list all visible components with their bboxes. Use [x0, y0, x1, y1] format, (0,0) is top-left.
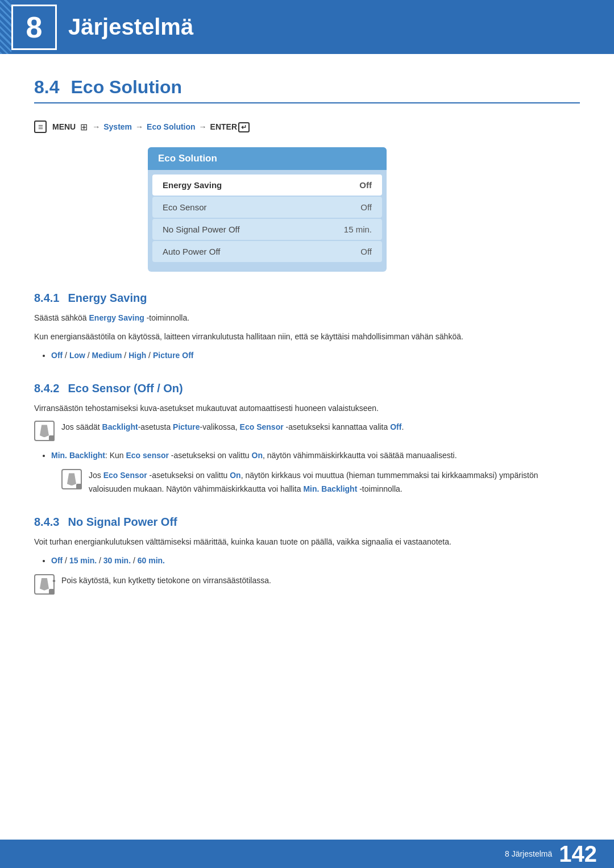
no-signal-options: Off / 15 min. / 30 min. / 60 min. — [51, 554, 580, 567]
energy-saving-options: Off / Low / Medium / High / Picture Off — [51, 349, 580, 362]
no-signal-note-box: Pois käytöstä, kun kytketty tietokone on… — [34, 574, 580, 596]
page-footer: 8 Järjestelmä 142 — [0, 840, 614, 868]
pencil-icon-2 — [67, 473, 76, 485]
nav-menu: MENU — [52, 122, 76, 131]
section-title: 8.4Eco Solution — [34, 77, 580, 103]
no-signal-value: 15 min. — [344, 225, 372, 234]
subsection-843-number: 8.4.3 — [34, 516, 59, 528]
menu-icon: ☰ — [34, 121, 47, 133]
energy-saving-options-list: Off / Low / Medium / High / Picture Off — [51, 349, 580, 362]
subsection-842-title: 8.4.2Eco Sensor (Off / On) — [34, 382, 580, 395]
auto-power-off-label: Auto Power Off — [163, 247, 220, 256]
eco-solution-menu: Eco Solution Energy Saving Off Eco Senso… — [148, 147, 387, 272]
nav-arrow-3: → — [199, 122, 207, 131]
main-content: 8.4Eco Solution ☰ MENU ⊞ → System → Eco … — [0, 54, 614, 868]
no-signal-note-list: Pois käytöstä, kun kytketty tietokone on… — [61, 574, 271, 589]
nav-enter: ENTER↵ — [210, 122, 250, 131]
menu-item-eco-sensor[interactable]: Eco Sensor Off — [152, 197, 382, 218]
eco-sensor-label: Eco Sensor — [163, 202, 207, 212]
chapter-title: Järjestelmä — [68, 14, 193, 40]
subsection-842-name: Eco Sensor (Off / On) — [68, 382, 182, 394]
section-name: Eco Solution — [70, 77, 182, 97]
nav-eco-solution: Eco Solution — [147, 122, 196, 131]
energy-saving-para1: Säästä sähköä Energy Saving -toiminnolla… — [34, 312, 580, 325]
eco-sensor-para1: Virransäästön tehostamiseksi kuva-asetuk… — [34, 402, 580, 415]
eco-sensor-note1-box: Jos säädät Backlight-asetusta Picture-va… — [34, 421, 580, 441]
energy-saving-label: Energy Saving — [163, 180, 222, 190]
chapter-number: 8 — [26, 13, 43, 42]
menu-item-energy-saving[interactable]: Energy Saving Off — [152, 175, 382, 196]
nav-path: ☰ MENU ⊞ → System → Eco Solution → ENTER… — [34, 121, 580, 133]
auto-power-off-value: Off — [360, 247, 372, 256]
subsection-841-name: Energy Saving — [68, 292, 147, 304]
chapter-number-box: 8 — [11, 5, 57, 50]
footer-page-number: 142 — [559, 842, 597, 865]
pencil-icon-3 — [40, 578, 49, 591]
eco-sensor-note2-box: Jos Eco Sensor -asetukseksi on valittu O… — [61, 469, 580, 495]
no-signal-options-list: Off / 15 min. / 30 min. / 60 min. — [51, 554, 580, 567]
energy-saving-para2: Kun energiansäästötila on käytössä, lait… — [34, 330, 580, 343]
stripe-decoration — [0, 0, 11, 54]
nav-system: System — [103, 122, 132, 131]
subsection-843-title: 8.4.3No Signal Power Off — [34, 516, 580, 529]
subsection-842-number: 8.4.2 — [34, 382, 59, 394]
eco-sensor-note2-text: Jos Eco Sensor -asetukseksi on valittu O… — [89, 469, 580, 495]
nav-arrow-2: → — [135, 122, 143, 131]
menu-item-auto-power-off[interactable]: Auto Power Off Off — [152, 241, 382, 262]
section-number: 8.4 — [34, 77, 59, 97]
energy-saving-value: Off — [359, 180, 372, 190]
eco-sensor-bullet-list: Min. Backlight: Kun Eco sensor -asetukse… — [51, 449, 580, 462]
no-signal-note-item: Pois käytöstä, kun kytketty tietokone on… — [61, 574, 271, 587]
subsection-841-number: 8.4.1 — [34, 292, 59, 304]
no-signal-label: No Signal Power Off — [163, 225, 240, 234]
min-backlight-item: Min. Backlight: Kun Eco sensor -asetukse… — [51, 449, 580, 462]
menu-panel-title: Eco Solution — [148, 147, 387, 170]
eco-sensor-value: Off — [360, 202, 372, 212]
menu-item-no-signal[interactable]: No Signal Power Off 15 min. — [152, 219, 382, 240]
nav-arrow-1: → — [92, 122, 100, 131]
footer-section-label: 8 Järjestelmä — [505, 849, 552, 858]
no-signal-para1: Voit turhan energiankulutuksen välttämis… — [34, 535, 580, 549]
eco-sensor-note1-text: Jos säädät Backlight-asetusta Picture-va… — [61, 421, 404, 434]
subsection-843-name: No Signal Power Off — [68, 516, 177, 528]
note-icon-3 — [34, 574, 55, 595]
note-icon-1 — [34, 421, 55, 441]
eco-sensor-note2-container: Jos Eco Sensor -asetukseksi on valittu O… — [61, 469, 580, 495]
subsection-841-title: 8.4.1Energy Saving — [34, 292, 580, 305]
pencil-icon — [40, 425, 49, 437]
note-icon-2 — [61, 469, 82, 489]
page-header: 8 Järjestelmä — [0, 0, 614, 54]
